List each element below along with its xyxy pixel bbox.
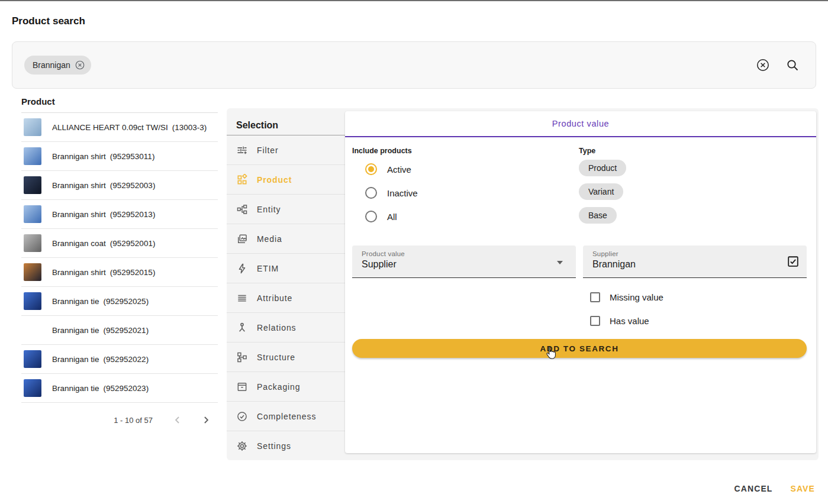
product-code: (952952015): [110, 268, 156, 277]
sidebar-item-packaging[interactable]: Packaging: [227, 372, 345, 402]
checkbox-unchecked-icon[interactable]: [590, 292, 600, 302]
include-products-label: Include products: [352, 147, 571, 155]
radio-icon[interactable]: [365, 211, 377, 222]
product-thumbnail: [24, 379, 41, 397]
product-value-select[interactable]: Product value Supplier: [352, 245, 576, 278]
sidebar-item-relations[interactable]: Relations: [227, 313, 345, 343]
chevron-down-icon[interactable]: [557, 261, 563, 264]
selection-header: Selection: [227, 108, 345, 135]
product-name: Brannigan coat: [52, 239, 106, 248]
product-list-item[interactable]: Brannigan shirt(952952003): [21, 171, 218, 200]
product-list-header: Product: [21, 96, 218, 113]
radio-inactive[interactable]: Inactive: [365, 181, 571, 205]
radio-option-label: Inactive: [387, 188, 418, 198]
product-code: (952952025): [104, 297, 149, 306]
sidebar-item-attribute[interactable]: Attribute: [227, 283, 345, 313]
dialog-actions: CANCEL SAVE: [734, 484, 815, 493]
product-thumbnail: [24, 263, 41, 281]
product-code: (952952003): [110, 181, 156, 190]
save-button[interactable]: SAVE: [791, 484, 816, 493]
chip-base[interactable]: Base: [579, 207, 617, 224]
sidebar-item-structure[interactable]: Structure: [227, 343, 345, 372]
type-section: Type Product Variant Base: [579, 147, 807, 224]
product-value-panel: Product value Include products Active In…: [345, 111, 816, 453]
product-list-item[interactable]: Brannigan tie(952952022): [21, 345, 218, 374]
product-name: Brannigan shirt: [52, 210, 106, 219]
product-thumbnail: [24, 292, 41, 310]
clear-all-icon[interactable]: [755, 57, 771, 73]
chevron-left-icon[interactable]: [170, 413, 185, 427]
supplier-field-value: Brannigan: [592, 259, 798, 270]
product-code: (952953011): [110, 152, 155, 161]
panel-body: Include products Active Inactive All Typ…: [345, 137, 816, 452]
add-to-search-button[interactable]: ADD TO SEARCH: [352, 339, 807, 358]
sidebar-item-media[interactable]: Media: [227, 224, 345, 254]
product-list-item[interactable]: ALLIANCE HEART 0.09ct TW/SI(13003-3): [21, 113, 218, 142]
product-list-item[interactable]: Brannigan shirt(952952013): [21, 200, 218, 229]
chip-variant[interactable]: Variant: [579, 183, 623, 200]
product-code: (13003-3): [172, 123, 207, 132]
sidebar-item-label: Packaging: [257, 382, 300, 392]
structure-tree-icon: [236, 351, 248, 363]
selection-panel: Selection Filter Product Entity Media ET…: [227, 108, 819, 460]
widgets-icon: [236, 174, 248, 186]
radio-all[interactable]: All: [365, 205, 571, 228]
chip-remove-icon[interactable]: [75, 60, 85, 70]
product-thumbnail: [24, 350, 41, 368]
type-chip-label: Base: [588, 211, 607, 220]
checkbox-has-value[interactable]: Has value: [590, 314, 663, 328]
sidebar-item-label: Entity: [257, 205, 281, 214]
sidebar-item-completeness[interactable]: Completeness: [227, 402, 345, 431]
sidebar-item-product[interactable]: Product: [227, 165, 345, 195]
tab-product-value[interactable]: Product value: [552, 119, 609, 128]
sidebar-item-label: Media: [257, 234, 282, 244]
checkbox-checked-icon[interactable]: [787, 255, 800, 268]
checkbox-unchecked-icon[interactable]: [590, 316, 600, 326]
supplier-field[interactable]: Supplier Brannigan: [583, 245, 807, 278]
sidebar-item-filter[interactable]: Filter: [227, 135, 345, 165]
sidebar-item-etim[interactable]: ETIM: [227, 254, 345, 283]
product-list-body: ALLIANCE HEART 0.09ct TW/SI(13003-3) Bra…: [21, 113, 218, 403]
type-chip-label: Product: [588, 163, 617, 173]
product-value-select-label: Product value: [362, 250, 568, 257]
radio-icon[interactable]: [365, 163, 377, 175]
radio-icon[interactable]: [365, 187, 377, 199]
sidebar-item-entity[interactable]: Entity: [227, 195, 345, 224]
panel-tab-bar: Product value: [345, 111, 816, 137]
product-list-item[interactable]: Brannigan shirt(952952015): [21, 258, 218, 287]
search-chip-brannigan[interactable]: Brannigan: [24, 56, 91, 75]
cancel-button[interactable]: CANCEL: [734, 484, 773, 493]
supplier-field-label: Supplier: [592, 250, 798, 257]
entity-nodes-icon: [236, 203, 248, 215]
search-icon[interactable]: [785, 57, 800, 73]
bolt-icon: [236, 263, 248, 274]
chip-product[interactable]: Product: [579, 160, 626, 176]
page-title: Product search: [12, 15, 85, 27]
window-top-edge: [0, 0, 828, 1]
pagination-range-label: 1 - 10 of 57: [114, 416, 153, 425]
product-list-item[interactable]: Brannigan coat(952952001): [21, 229, 218, 258]
pagination: 1 - 10 of 57: [21, 403, 218, 437]
product-code: (952952023): [104, 384, 149, 393]
checkbox-missing-value[interactable]: Missing value: [590, 290, 663, 304]
chevron-right-icon[interactable]: [199, 413, 213, 427]
gear-icon: [236, 440, 248, 452]
product-thumbnail: [24, 118, 41, 136]
product-code: (952952021): [104, 326, 149, 335]
product-list-item[interactable]: Brannigan tie(952952023): [21, 374, 218, 403]
checkbox-label: Has value: [610, 316, 649, 326]
product-code: (952952022): [104, 355, 149, 364]
product-thumbnail: [24, 176, 41, 194]
product-list-item[interactable]: Brannigan tie(952952025): [21, 287, 218, 316]
product-name: Brannigan shirt: [52, 152, 106, 161]
radio-active[interactable]: Active: [365, 157, 571, 181]
product-list-item[interactable]: Brannigan tie(952952021): [21, 316, 218, 345]
type-label: Type: [579, 147, 807, 155]
product-list-item[interactable]: Brannigan shirt(952953011): [21, 142, 218, 171]
sidebar-item-settings[interactable]: Settings: [227, 431, 345, 461]
search-input[interactable]: Brannigan: [12, 41, 816, 89]
product-thumbnail: [24, 147, 41, 165]
type-chip-list: Product Variant Base: [579, 160, 807, 224]
sidebar-item-label: Structure: [257, 353, 295, 362]
relations-person-icon: [236, 322, 248, 334]
